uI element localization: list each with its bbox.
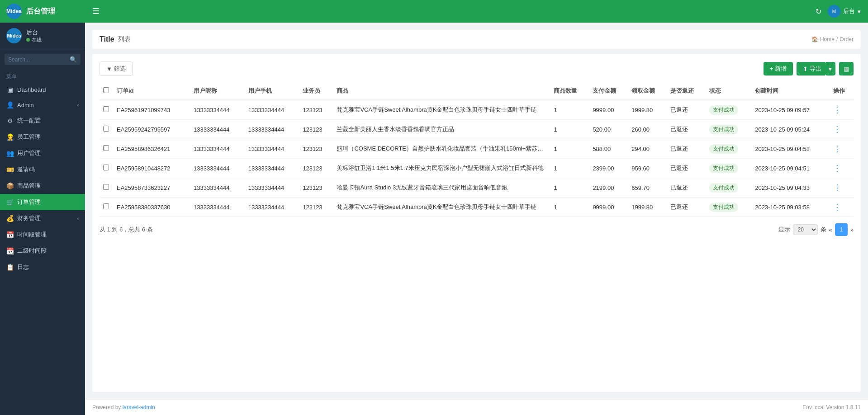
cell-phone: 13333334444	[245, 198, 299, 217]
nav-label-goods: 商品管理	[17, 182, 41, 190]
cell-status: 支付成功	[706, 100, 751, 120]
row-checkbox[interactable]	[103, 165, 109, 170]
row-action-button[interactable]: ⋮	[833, 124, 841, 134]
nav-icon-secondary-time: 📆	[6, 247, 14, 255]
laravel-admin-link[interactable]: laravel-admin	[123, 404, 155, 410]
search-box[interactable]: 🔍	[5, 54, 81, 65]
sidebar-item-logs[interactable]: 📋 日志	[0, 259, 85, 275]
cell-amount: 9999.00	[589, 198, 628, 217]
col-order-id: 订单id	[113, 82, 190, 100]
sidebar-item-admin[interactable]: 👤 Admin ‹	[0, 97, 85, 113]
cell-order-id: EA25958910448272	[113, 159, 190, 178]
cell-nickname: 13333334444	[190, 198, 245, 217]
sidebar-item-invite[interactable]: 🎫 邀请码	[0, 161, 85, 178]
breadcrumb-current: Order	[840, 36, 854, 42]
row-checkbox[interactable]	[103, 184, 109, 190]
nav-icon-dashboard: ▣	[6, 86, 14, 93]
topbar-avatar: M	[828, 5, 840, 18]
nav-icon-admin: 👤	[6, 101, 14, 108]
cell-order-id: EA25958380337630	[113, 198, 190, 217]
row-action-button[interactable]: ⋮	[833, 163, 841, 173]
sidebar-item-staff[interactable]: 👷 员工管理	[0, 129, 85, 145]
pagination-sep2: »	[850, 226, 854, 233]
sidebar-item-users[interactable]: 👥 用户管理	[0, 145, 85, 161]
sidebar-item-orders[interactable]: 🛒 订单管理	[0, 194, 85, 210]
user-info: Midea 后台 在线	[0, 23, 85, 49]
nav-icon-config: ⚙	[6, 117, 14, 124]
nav-items: ▣ Dashboard 👤 Admin ‹ ⚙ 统一配置 👷 员工管理 👥 用户…	[0, 82, 85, 275]
nav-label-timeslots: 时间段管理	[17, 231, 47, 239]
cell-amount: 9999.00	[589, 100, 628, 120]
cell-product: 美标浴缸卫浴1.1米1.5米1.7米压克力民宿深泡小户型无裙嵌入式浴缸日式新科德	[333, 159, 550, 178]
menu-toggle-icon[interactable]: ☰	[92, 6, 100, 16]
select-all-checkbox[interactable]	[103, 87, 109, 93]
nav-label-finance: 财务管理	[17, 214, 41, 222]
nav-icon-staff: 👷	[6, 133, 14, 141]
toolbar-right: + 新增 ⬆ 导出 ▾ ▦	[764, 62, 854, 75]
new-button[interactable]: + 新增	[764, 62, 793, 75]
user-status: 在线	[26, 37, 42, 43]
cell-nickname: 13333334444	[190, 139, 245, 159]
cell-returned: 已返还	[667, 120, 706, 139]
filter-button[interactable]: ▼ 筛选	[100, 61, 133, 76]
row-checkbox-cell	[100, 159, 113, 178]
row-checkbox[interactable]	[103, 106, 109, 112]
col-receive: 领取金额	[628, 82, 667, 100]
nav-label-logs: 日志	[17, 263, 29, 271]
refresh-icon[interactable]: ↻	[816, 7, 821, 16]
row-action-button[interactable]: ⋮	[833, 105, 841, 115]
export-caret-button[interactable]: ▾	[825, 62, 835, 75]
columns-button[interactable]: ▦	[839, 62, 854, 75]
cell-action: ⋮	[830, 178, 854, 198]
sidebar-item-timeslots[interactable]: 📅 时间段管理	[0, 226, 85, 243]
row-action-button[interactable]: ⋮	[833, 202, 841, 212]
sidebar-item-secondary-time[interactable]: 📆 二级时间段	[0, 243, 85, 259]
pagination-summary: 从 1 到 6，总共 6 条	[100, 226, 153, 234]
row-action-button[interactable]: ⋮	[833, 183, 841, 193]
sidebar-item-finance[interactable]: 💰 财务管理 ‹	[0, 210, 85, 226]
filter-label: 筛选	[114, 65, 126, 73]
table-row: EA25958986326421 13333334444 13333334444…	[100, 139, 854, 159]
sidebar-title: 后台管理	[26, 7, 55, 16]
nav-label-orders: 订单管理	[17, 198, 41, 206]
cell-receive: 260.00	[628, 120, 667, 139]
cell-product: 盛珂（COSME DECORTE）自然护肤水乳化妆品套装（牛油果乳150ml+紫…	[333, 139, 550, 159]
search-icon: 🔍	[70, 56, 77, 63]
page-size-select[interactable]: 102050100	[793, 224, 818, 235]
footer: Powered by laravel-admin Env local Versi…	[85, 399, 868, 415]
cell-action: ⋮	[830, 120, 854, 139]
sidebar-item-dashboard[interactable]: ▣ Dashboard	[0, 82, 85, 97]
nav-icon-orders: 🛒	[6, 198, 14, 206]
export-dropdown-group: ⬆ 导出 ▾	[797, 62, 835, 75]
table-row: EA25959242795597 13333334444 13333334444…	[100, 120, 854, 139]
cell-amount: 2199.00	[589, 178, 628, 198]
toolbar-left: ▼ 筛选	[100, 61, 133, 76]
export-button[interactable]: ⬆ 导出	[797, 62, 825, 75]
sidebar-item-config[interactable]: ⚙ 统一配置	[0, 113, 85, 129]
col-product: 商品	[333, 82, 550, 100]
cell-agent: 123123	[299, 100, 333, 120]
search-input[interactable]	[8, 57, 67, 63]
nav-icon-logs: 📋	[6, 264, 14, 271]
row-checkbox[interactable]	[103, 203, 109, 209]
status-badge: 支付成功	[709, 203, 738, 212]
nav-icon-users: 👥	[6, 150, 14, 157]
cell-product: 兰蔻全新美丽人生香水淡香香氛香调官方正品	[333, 120, 550, 139]
topbar-user[interactable]: M 后台 ▾	[828, 5, 861, 18]
sidebar-header: Midea 后台管理	[0, 0, 85, 23]
breadcrumb-home[interactable]: Home	[820, 36, 835, 42]
toolbar: ▼ 筛选 + 新增 ⬆ 导出 ▾ ▦	[100, 61, 854, 76]
table-body: EA25961971099743 13333334444 13333334444…	[100, 100, 854, 217]
row-checkbox[interactable]	[103, 126, 109, 132]
cell-phone: 13333334444	[245, 139, 299, 159]
cell-qty: 1	[550, 159, 589, 178]
cell-returned: 已返还	[667, 139, 706, 159]
page-1-button[interactable]: 1	[835, 223, 848, 236]
cell-qty: 1	[550, 120, 589, 139]
page-title-area: Title 列表	[100, 35, 131, 43]
cell-returned: 已返还	[667, 159, 706, 178]
footer-env: Env local Version 1.8.11	[802, 404, 861, 410]
sidebar-item-goods[interactable]: 📦 商品管理	[0, 178, 85, 194]
row-action-button[interactable]: ⋮	[833, 144, 841, 154]
row-checkbox[interactable]	[103, 145, 109, 151]
